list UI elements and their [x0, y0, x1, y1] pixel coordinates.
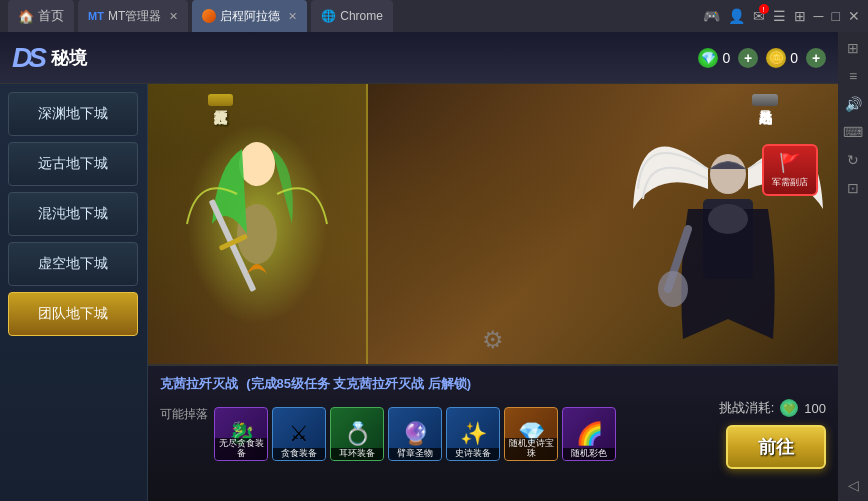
topbar-resources: 💎 0 + 🪙 0 + — [698, 48, 826, 68]
game-topbar: DS 秘境 💎 0 + 🪙 0 + — [0, 32, 838, 84]
drop-item-6[interactable]: 🌈 随机彩色 — [562, 407, 616, 461]
svg-point-7 — [710, 154, 746, 194]
gamepad-icon[interactable]: 🎮 — [703, 8, 720, 24]
drop-item-label-0: 无尽贪食装备 — [215, 438, 267, 460]
resource-gold: 🪙 0 — [766, 48, 798, 68]
gold-coin-icon: 🪙 — [766, 48, 786, 68]
tab-mt-close[interactable]: ✕ — [169, 10, 178, 23]
drop-items-container: 🐉 无尽贪食装备 ⚔ 贪食装备 💍 耳环装备 — [214, 407, 700, 461]
right-panel-btn-6[interactable]: ⊡ — [841, 176, 865, 200]
left-character-svg — [177, 104, 337, 344]
drop-item-1[interactable]: ⚔ 贪食装备 — [272, 407, 326, 461]
resource-green-value: 0 — [722, 50, 730, 66]
gear-settings-icon[interactable]: ⚙ — [482, 326, 504, 354]
left-sidebar: 深渊地下城 远古地下城 混沌地下城 虚空地下城 团队地下城 — [0, 84, 148, 501]
right-panel-btn-back[interactable]: ◁ — [841, 473, 865, 497]
right-panel: ⊞ ≡ 🔊 ⌨ ↻ ⊡ ◁ — [838, 32, 868, 501]
battle-scene: 克茜拉歼灭战 — [148, 84, 838, 364]
shop-label: 军需副店 — [772, 176, 808, 189]
dungeon-name: 克茜拉歼灭战 — [160, 376, 238, 391]
drop-item-label-4: 史诗装备 — [447, 448, 499, 460]
shop-btn[interactable]: 🚩 军需副店 — [762, 144, 818, 196]
consume-value: 100 — [804, 401, 826, 416]
svg-point-2 — [239, 142, 275, 186]
drop-item-5[interactable]: 💎 随机史诗宝珠 — [504, 407, 558, 461]
right-character-svg — [628, 89, 828, 359]
sidebar-item-void[interactable]: 虚空地下城 — [8, 242, 138, 286]
taskbar: 🏠 首页 MT MT管理器 ✕ 启程阿拉德 ✕ 🌐 Chrome 🎮 👤 ✉! … — [0, 0, 868, 32]
tab-chrome[interactable]: 🌐 Chrome — [311, 0, 393, 32]
tab-mt-icon: MT — [88, 10, 104, 22]
dungeon-unlock-info: (完成85级任务 支克茜拉歼灭战 后解锁) — [246, 377, 471, 391]
right-battle-banner: 群风岛之战 — [752, 94, 778, 106]
right-panel-btn-2[interactable]: ≡ — [841, 64, 865, 88]
menu-icon[interactable]: ☰ — [773, 8, 786, 24]
drop-item-2[interactable]: 💍 耳环装备 — [330, 407, 384, 461]
tab-mt-label: MT管理器 — [108, 8, 161, 25]
sidebar-label-abyss: 深渊地下城 — [38, 105, 108, 123]
tab-chrome-icon: 🌐 — [321, 9, 336, 23]
sidebar-label-ancient: 远古地下城 — [38, 155, 108, 173]
game-logo: DS — [12, 42, 43, 74]
add-green-btn[interactable]: + — [738, 48, 758, 68]
sidebar-item-chaos[interactable]: 混沌地下城 — [8, 192, 138, 236]
drop-label: 可能掉落 — [160, 407, 208, 421]
right-character-area — [628, 89, 828, 359]
tab-mt[interactable]: MT MT管理器 ✕ — [78, 0, 188, 32]
game-content: 克茜拉歼灭战 — [148, 84, 838, 501]
tab-chrome-label: Chrome — [340, 9, 383, 23]
right-panel-btn-1[interactable]: ⊞ — [841, 36, 865, 60]
sidebar-item-abyss[interactable]: 深渊地下城 — [8, 92, 138, 136]
drop-item-label-1: 贪食装备 — [273, 448, 325, 460]
tab-game-close[interactable]: ✕ — [288, 10, 297, 23]
consume-section: 挑战消耗: 💚 100 — [719, 399, 826, 417]
game-title: 秘境 — [51, 46, 87, 70]
home-label: 首页 — [38, 7, 64, 25]
go-button[interactable]: 前往 — [726, 425, 826, 469]
close-btn[interactable]: ✕ — [848, 8, 860, 24]
svg-point-9 — [658, 271, 688, 307]
app-container: DS 秘境 💎 0 + 🪙 0 + 深渊地下城 — [0, 32, 868, 501]
tab-game[interactable]: 启程阿拉德 ✕ — [192, 0, 307, 32]
drop-section: 可能掉落 🐉 无尽贪食装备 ⚔ 贪食装备 — [160, 407, 700, 461]
right-info: 挑战消耗: 💚 100 前往 — [706, 399, 826, 469]
right-panel-btn-3[interactable]: 🔊 — [841, 92, 865, 116]
go-btn-label: 前往 — [758, 435, 794, 459]
home-tab[interactable]: 🏠 首页 — [8, 0, 74, 32]
sidebar-item-team[interactable]: 团队地下城 — [8, 292, 138, 336]
right-panel-btn-4[interactable]: ⌨ — [841, 120, 865, 144]
drop-item-label-3: 臂章圣物 — [389, 448, 441, 460]
taskbar-controls: 🎮 👤 ✉! ☰ ⊞ ─ □ ✕ — [703, 8, 860, 24]
drop-item-label-6: 随机彩色 — [563, 448, 615, 460]
drop-item-3[interactable]: 🔮 臂章圣物 — [388, 407, 442, 461]
consume-label: 挑战消耗: — [719, 399, 775, 417]
minimize-btn[interactable]: ─ — [814, 8, 824, 24]
sidebar-label-chaos: 混沌地下城 — [38, 205, 108, 223]
left-character-area — [148, 84, 368, 364]
shop-area: 🚩 军需副店 — [762, 144, 818, 196]
sidebar-item-ancient[interactable]: 远古地下城 — [8, 142, 138, 186]
tab-game-icon — [202, 9, 216, 23]
user-icon[interactable]: 👤 — [728, 8, 745, 24]
grid-icon[interactable]: ⊞ — [794, 8, 806, 24]
green-gem-icon: 💎 — [698, 48, 718, 68]
game-area: DS 秘境 💎 0 + 🪙 0 + 深渊地下城 — [0, 32, 838, 501]
drop-item-label-5: 随机史诗宝珠 — [505, 438, 557, 460]
sidebar-label-team: 团队地下城 — [38, 305, 108, 323]
drop-item-0[interactable]: 🐉 无尽贪食装备 — [214, 407, 268, 461]
resource-green: 💎 0 — [698, 48, 730, 68]
right-panel-btn-5[interactable]: ↻ — [841, 148, 865, 172]
bottom-row: 可能掉落 🐉 无尽贪食装备 ⚔ 贪食装备 — [160, 399, 826, 469]
drop-item-4[interactable]: ✨ 史诗装备 — [446, 407, 500, 461]
tab-game-label: 启程阿拉德 — [220, 8, 280, 25]
mail-icon[interactable]: ✉! — [753, 8, 765, 24]
maximize-btn[interactable]: □ — [832, 8, 840, 24]
crystal-icon: 💚 — [780, 399, 798, 417]
svg-point-6 — [708, 204, 748, 234]
resource-gold-value: 0 — [790, 50, 798, 66]
sidebar-label-void: 虚空地下城 — [38, 255, 108, 273]
shop-flag-icon: 🚩 — [779, 152, 801, 174]
bottom-panel: 克茜拉歼灭战 (完成85级任务 支克茜拉歼灭战 后解锁) — [148, 364, 838, 501]
add-gold-btn[interactable]: + — [806, 48, 826, 68]
content-area: 深渊地下城 远古地下城 混沌地下城 虚空地下城 团队地下城 — [0, 84, 838, 501]
